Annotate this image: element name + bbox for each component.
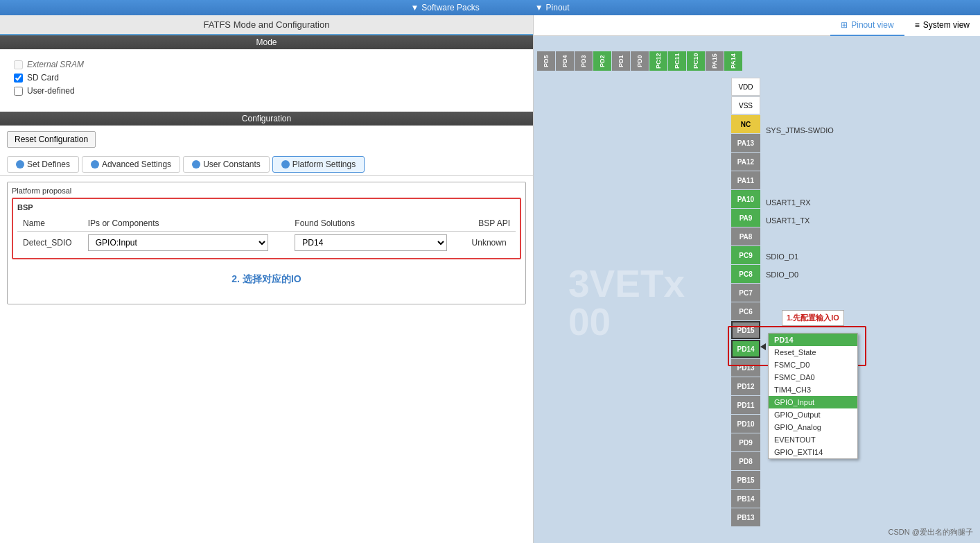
solutions-dropdown[interactable]: PD14	[295, 234, 447, 251]
external-sram-label: External SRAM	[27, 60, 84, 69]
dropdown-item-eventout[interactable]: EVENTOUT	[769, 433, 857, 446]
bsp-section: BSP Name IPs or Components Found Solutio…	[12, 198, 521, 259]
pin-pd9[interactable]: PD9	[731, 433, 760, 451]
callout-box-1: 1.先配置输入IO	[782, 310, 844, 326]
pin-pd10[interactable]: PD10	[731, 415, 760, 433]
chevron-down-icon-2: ▼	[535, 3, 543, 12]
user-defined-checkbox[interactable]	[14, 87, 23, 96]
mode-section-bar: Mode	[0, 35, 533, 49]
tabs-bar: Set Defines Advanced Settings User Const…	[0, 153, 533, 176]
pin-pa12[interactable]: PA12	[731, 153, 760, 171]
pin-pd4[interactable]: PD4	[556, 51, 574, 71]
pin-pb15[interactable]: PB15	[731, 471, 760, 489]
pin-pa11[interactable]: PA11	[731, 171, 760, 189]
csdn-watermark: CSDN @爱出名的狗腿子	[889, 527, 973, 537]
pin-pa15[interactable]: PA15	[706, 51, 724, 71]
pin-pc8[interactable]: PC8	[731, 265, 760, 283]
sd-card-row: SD Card	[14, 73, 519, 83]
mode-label: Mode	[256, 37, 277, 47]
chip-text-line2: 00	[568, 303, 685, 341]
pin-pd11[interactable]: PD11	[731, 396, 760, 414]
pin-pd13[interactable]: PD13	[731, 359, 760, 377]
sdio-d1-label: SDIO_D1	[766, 252, 798, 261]
table-row: Detect_SDIO GPIO:Input PD14 U	[17, 232, 516, 255]
config-toolbar: Reset Configuration	[0, 126, 533, 153]
dropdown-item-gpio-analog[interactable]: GPIO_Analog	[769, 421, 857, 433]
pin-pd0[interactable]: PD0	[631, 51, 649, 71]
reset-btn-label: Reset Configuration	[15, 135, 88, 144]
dropdown-item-gpio-input[interactable]: GPIO_Input	[769, 396, 857, 408]
pin-pc10[interactable]: PC10	[687, 51, 705, 71]
pin-pd8[interactable]: PD8	[731, 452, 760, 470]
pin-pd14[interactable]: PD14	[731, 340, 760, 358]
pin-pc11[interactable]: PC11	[668, 51, 686, 71]
dropdown-item-gpio-output[interactable]: GPIO_Output	[769, 408, 857, 421]
pin-pc12[interactable]: PC12	[649, 51, 667, 71]
pinout-menu[interactable]: ▼ Pinout	[535, 3, 570, 12]
dropdown-item-gpio-exti14[interactable]: GPIO_EXTI14	[769, 446, 857, 458]
left-panel: FATFS Mode and Configuration Mode Extern…	[0, 15, 534, 543]
pin-pd5[interactable]: PD5	[537, 51, 555, 71]
pin-pc9[interactable]: PC9	[731, 246, 760, 264]
pin-pa8[interactable]: PA8	[731, 227, 760, 245]
tab-circle-icon-2	[91, 160, 99, 169]
pin-vss[interactable]: VSS	[731, 96, 760, 114]
pin-pc7[interactable]: PC7	[731, 284, 760, 302]
sd-card-label: SD Card	[27, 73, 59, 83]
row-name: Detect_SDIO	[17, 232, 82, 255]
system-view-button[interactable]: ≡ System view	[904, 15, 980, 36]
pin-pd1[interactable]: PD1	[612, 51, 630, 71]
right-pins-column: VDD VSS NC PA13 PA12 PA11 PA10 PA9 PA8 P…	[731, 78, 760, 526]
pin-pd2[interactable]: PD2	[593, 51, 611, 71]
external-sram-checkbox[interactable]	[14, 60, 23, 69]
callout-1-text: 1.先配置输入IO	[787, 313, 839, 322]
user-defined-label: User-defined	[27, 86, 75, 96]
pinout-view-button[interactable]: ⊞ Pinout view	[830, 15, 904, 36]
right-top-bar: ⊞ Pinout view ≡ System view	[530, 15, 980, 36]
dropdown-item-fsmc-da0[interactable]: FSMC_DA0	[769, 371, 857, 383]
dropdown-item-tim4-ch3[interactable]: TIM4_CH3	[769, 383, 857, 396]
tab-circle-icon-4	[281, 160, 290, 169]
pin-pa10[interactable]: PA10	[731, 190, 760, 208]
pin-pb14[interactable]: PB14	[731, 490, 760, 508]
platform-proposal-label: Platform proposal	[12, 187, 71, 195]
platform-proposal-legend: Platform proposal	[12, 187, 521, 195]
sd-card-checkbox[interactable]	[14, 74, 23, 83]
system-view-label: System view	[923, 20, 970, 30]
col-api-header: BSP API	[466, 216, 516, 232]
col-name-header: Name	[17, 216, 82, 232]
tab-set-defines[interactable]: Set Defines	[7, 156, 79, 173]
external-sram-row: External SRAM	[14, 60, 519, 69]
platform-proposal-section: Platform proposal BSP Name IPs or Compon…	[7, 182, 526, 304]
usart1-rx-label: USART1_RX	[766, 198, 811, 207]
software-packs-menu[interactable]: ▼ Software Packs	[410, 3, 479, 12]
tab-set-defines-label: Set Defines	[27, 160, 70, 169]
api-value: Unknown	[472, 238, 507, 248]
pin-pd12[interactable]: PD12	[731, 377, 760, 395]
pin-pd3[interactable]: PD3	[575, 51, 593, 71]
user-defined-row: User-defined	[14, 86, 519, 96]
tab-user-constants[interactable]: User Constants	[183, 156, 270, 173]
panel-header: FATFS Mode and Configuration	[0, 15, 533, 35]
chip-watermark: 3VETx 00	[568, 265, 685, 341]
dropdown-popup-header[interactable]: PD14	[769, 334, 857, 346]
pin-pb13[interactable]: PB13	[731, 508, 760, 526]
config-label: Configuration	[242, 114, 291, 123]
pin-pd15[interactable]: PD15	[731, 321, 760, 339]
ips-dropdown[interactable]: GPIO:Input	[88, 234, 268, 251]
dropdown-item-reset-state[interactable]: Reset_State	[769, 346, 857, 359]
top-bar: ▼ Software Packs ▼ Pinout	[0, 0, 980, 15]
dropdown-item-fsmc-d0[interactable]: FSMC_D0	[769, 359, 857, 371]
pin-pa14[interactable]: PA14	[724, 51, 742, 71]
usart1-tx-label: USART1_TX	[766, 216, 810, 225]
pin-pc6[interactable]: PC6	[731, 302, 760, 320]
tab-platform-settings[interactable]: Platform Settings	[272, 156, 365, 173]
reset-configuration-button[interactable]: Reset Configuration	[7, 131, 96, 148]
pin-pa13[interactable]: PA13	[731, 134, 760, 152]
pin-vdd[interactable]: VDD	[731, 78, 760, 96]
pin-nc[interactable]: NC	[731, 115, 760, 133]
pd14-dropdown-popup: PD14 Reset_State FSMC_D0 FSMC_DA0 TIM4_C…	[768, 333, 858, 459]
sdio-d0-label: SDIO_D0	[766, 270, 798, 279]
tab-advanced-settings[interactable]: Advanced Settings	[82, 156, 180, 173]
pin-pa9[interactable]: PA9	[731, 209, 760, 227]
